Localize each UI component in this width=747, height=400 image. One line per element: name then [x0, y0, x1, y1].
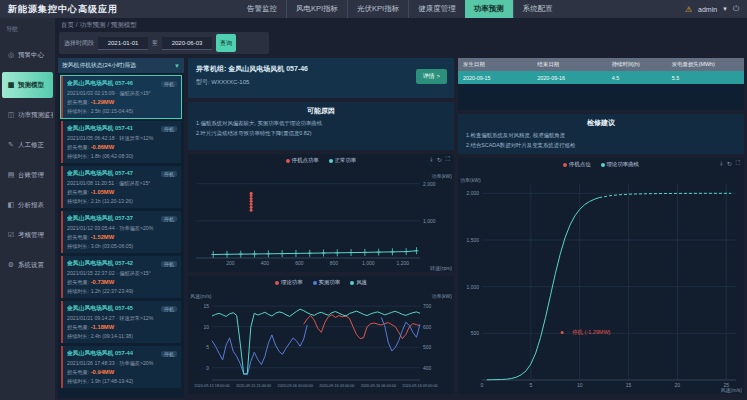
alert-card[interactable]: 金凤山风电场风机 057-41停机2021/01/05 06:42:18 · 转…	[61, 121, 181, 163]
legend-dot-icon	[313, 281, 317, 285]
fullscreen-icon[interactable]: ⛶	[446, 156, 450, 163]
legend-item[interactable]: 停机点位	[563, 161, 591, 168]
legend-dot-icon	[275, 281, 279, 285]
legend-item[interactable]: 理论功率曲线	[601, 161, 639, 168]
alert-card-loss: 损失电量: -0.86MW	[67, 144, 177, 151]
status-badge: 停机	[161, 351, 177, 357]
app-window: 新能源集控中心高级应用 告警监控风电KPI指标光伏KPI指标健康度管理功率预测系…	[0, 0, 747, 400]
alert-card-title: 金凤山风电场风机 057-41	[67, 124, 133, 133]
svg-text:2020-09-16 09:00:00: 2020-09-16 09:00:00	[402, 384, 437, 388]
status-badge: 停机	[161, 81, 177, 87]
svg-text:200: 200	[226, 260, 235, 266]
detail-button[interactable]: 详情 >	[416, 69, 447, 84]
svg-text:1,000: 1,000	[466, 284, 479, 290]
alert-card-loss: 损失电量: -0.94MW	[67, 369, 177, 376]
breadcrumb-item[interactable]: 首页	[61, 21, 74, 28]
alert-card-title: 金凤山风电场风机 057-44	[67, 349, 133, 358]
menu-item-告警监控[interactable]: 告警监控	[238, 0, 286, 18]
table-row[interactable]: 2020-09-152020-09-164.55.5	[458, 71, 744, 84]
alert-card-time: 2021/01/05 06:42:18 · 转速异常>12%	[67, 135, 177, 142]
alert-card[interactable]: 金凤山风电场风机 057-42停机2021/01/15 22:37:02 · 偏…	[61, 256, 181, 298]
legend-item[interactable]: 实测功率	[313, 279, 341, 286]
sidebar-item-label: 分析报表	[18, 201, 44, 210]
alert-card-title: 金凤山风电场风机 057-45	[67, 304, 133, 313]
sidebar-item-考核管理[interactable]: ☑考核管理	[2, 222, 53, 248]
table-header-cell: 结束日期	[532, 61, 606, 68]
svg-text:风速(m/s): 风速(m/s)	[190, 293, 212, 299]
username[interactable]: admin	[698, 6, 717, 13]
sidebar-item-功率预测监视[interactable]: ◫功率预测监视	[2, 102, 53, 128]
sidebar-item-分析报表[interactable]: ◧分析报表	[2, 192, 53, 218]
status-badge: 停机	[161, 171, 177, 177]
alert-card[interactable]: 金凤山风电场风机 057-37停机2021/01/12 03:05:44 · 功…	[61, 211, 181, 253]
svg-text:600: 600	[423, 324, 432, 330]
alert-card[interactable]: 金凤山风电场风机 057-47停机2021/01/08 11:20:51 · 偏…	[61, 166, 181, 208]
download-icon[interactable]: ⤓	[720, 160, 723, 167]
sidebar-item-预警中心[interactable]: ◎预警中心	[2, 42, 53, 68]
fullscreen-icon[interactable]: ⛶	[736, 160, 740, 167]
menu-item-功率预测[interactable]: 功率预测	[465, 0, 513, 18]
menu-item-风电KPI指标[interactable]: 风电KPI指标	[286, 0, 347, 18]
svg-text:2020-09-16 03:00:00: 2020-09-16 03:00:00	[319, 384, 354, 388]
svg-text:20: 20	[675, 382, 681, 388]
menu-item-系统配置[interactable]: 系统配置	[513, 0, 562, 18]
legend-item[interactable]: 正常功率	[329, 157, 357, 164]
svg-text:1,200: 1,200	[397, 260, 410, 266]
incident-table-header-row: 发生日期结束日期持续时间(h)发电量损失(MWh)	[458, 58, 744, 71]
loss-value: -1.29MW	[91, 99, 115, 105]
sidebar-item-人工修正[interactable]: ✎人工修正	[2, 132, 53, 158]
sidebar-item-系统设置[interactable]: ⚙系统设置	[2, 252, 53, 278]
search-button[interactable]: 查询	[216, 34, 236, 52]
legend-item[interactable]: 风速	[350, 279, 367, 286]
alert-card[interactable]: 金凤山风电场风机 057-45停机2021/01/21 09:14:27 · 转…	[61, 301, 181, 343]
alert-card-title-row: 金凤山风电场风机 057-37停机	[67, 214, 177, 223]
legend-label: 理论功率	[281, 279, 303, 286]
alert-card-loss: 损失电量: -1.52MW	[67, 234, 177, 241]
sidebar-item-label: 考核管理	[18, 231, 44, 240]
loss-value: -0.94MW	[91, 369, 115, 375]
svg-text:10: 10	[203, 324, 209, 330]
breadcrumb-item[interactable]: 预测模型	[111, 21, 137, 28]
check-icon: ☑	[7, 231, 15, 239]
advice-line: 1.检查偏航系统及对风精度, 校准偏航角度	[466, 131, 736, 141]
model-icon: ▦	[7, 81, 15, 89]
status-badge: 停机	[161, 126, 177, 132]
alert-card-title: 金凤山风电场风机 057-46	[67, 79, 133, 88]
svg-text:600: 600	[295, 260, 304, 266]
alert-card-title-row: 金凤山风电场风机 057-45停机	[67, 304, 177, 313]
menu-item-健康度管理[interactable]: 健康度管理	[408, 0, 465, 18]
svg-text:500: 500	[423, 344, 432, 350]
sidebar-item-label: 预测模型	[18, 81, 44, 90]
alert-card-duration: 持续时长: 2.1h (11:20-13:26)	[67, 198, 177, 205]
breadcrumb-item[interactable]: 功率预测	[79, 21, 105, 28]
alert-card-time: 2021/01/08 11:20:51 · 偏航误差>15°	[67, 180, 177, 187]
date-range-label: 选择时间段	[64, 39, 94, 48]
alert-card-title-row: 金凤山风电场风机 057-47停机	[67, 169, 177, 178]
table-cell: 4.5	[607, 75, 667, 81]
start-date-input[interactable]	[98, 37, 148, 50]
power-icon[interactable]: ⏻	[733, 4, 739, 14]
refresh-icon[interactable]: ↻	[437, 156, 442, 163]
legend-item[interactable]: 理论功率	[275, 279, 303, 286]
sidebar-item-label: 功率预测监视	[18, 111, 53, 120]
chevron-down-icon[interactable]: ▾	[723, 5, 727, 13]
svg-text:2020-09-16 00:00:00: 2020-09-16 00:00:00	[278, 384, 313, 388]
alert-card[interactable]: 金凤山风电场风机 057-44停机2021/01/26 17:48:33 · 功…	[61, 346, 181, 388]
legend-dot-icon	[350, 281, 354, 285]
sidebar-item-label: 人工修正	[18, 141, 44, 150]
date-filter-bar: 选择时间段 至 查询	[59, 32, 269, 54]
end-date-input[interactable]	[162, 37, 212, 50]
sidebar-item-预测模型[interactable]: ▦预测模型	[2, 72, 53, 98]
legend-label: 理论功率曲线	[607, 161, 639, 168]
sidebar-item-台账管理[interactable]: ▤台账管理	[2, 162, 53, 188]
menu-item-光伏KPI指标[interactable]: 光伏KPI指标	[347, 0, 408, 18]
turbine-subtitle: 型号: WXXXXC-105	[196, 78, 446, 87]
warning-icon[interactable]: ⚠	[685, 5, 692, 14]
download-icon[interactable]: ⤓	[430, 156, 433, 163]
alert-card-title: 金凤山风电场风机 057-37	[67, 214, 133, 223]
power-curve-chart: 05101520255001,0001,5002,000功率(kW)风速(m/s…	[458, 176, 744, 394]
refresh-icon[interactable]: ↻	[727, 160, 732, 167]
alert-list-filter-dropdown[interactable]: 按风机停机状态(24小时)筛选 ▼	[58, 58, 184, 73]
legend-item[interactable]: 停机点功率	[286, 157, 319, 164]
alert-card[interactable]: 金凤山风电场风机 057-46停机2021/01/03 02:15:09 · 偏…	[61, 76, 181, 118]
